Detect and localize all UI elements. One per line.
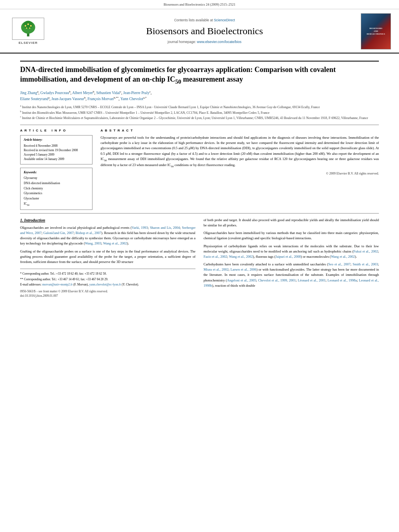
author-pourceau[interactable]: Gwladys Pourceau xyxy=(40,91,69,95)
intro-paragraph-1: Oligosaccharides are involved in crucial… xyxy=(20,225,195,246)
article-title-text: DNA-directed immobilisation of glycomime… xyxy=(20,66,336,83)
elsevier-logo-box xyxy=(12,18,44,40)
keyword-6: IC50 xyxy=(24,201,89,207)
authors-line: Jing Zhanga, Gwladys Pourceaub, Albert M… xyxy=(20,90,379,102)
doi-line: doi:10.1016/j.bios.2009.01.007 xyxy=(20,294,195,298)
keyword-1: Glycoarray xyxy=(24,176,89,181)
cite-leonard2001[interactable]: Léonard et al., 2001 xyxy=(298,278,325,282)
sciencedirect-line: Contents lists available at ScienceDirec… xyxy=(48,18,361,23)
author-morvan[interactable]: François Morvan xyxy=(87,97,113,101)
cite-sharon[interactable]: Sharon and Lis, 2004 xyxy=(150,226,180,230)
cite-chevolot1999[interactable]: Chevolot et al., 1999, 2001 xyxy=(258,278,296,282)
header-center: Contents lists available at ScienceDirec… xyxy=(48,18,361,44)
abstract-column: A B S T R A C T Glycoarrays are powerful… xyxy=(101,128,379,210)
svg-point-8 xyxy=(29,28,30,29)
info-abstract-section: A R T I C L E I N F O Article history: R… xyxy=(20,128,379,210)
author-zhang[interactable]: Jing Zhang xyxy=(20,91,37,95)
keywords-list: Glycoarray DNA-directed immobilisation C… xyxy=(24,176,89,207)
main-body: 1. Introduction Oligosaccharides are inv… xyxy=(20,218,379,298)
accepted-date: Accepted 5 January 2009 xyxy=(24,152,89,157)
author-chevolot[interactable]: Yann Chevolot xyxy=(120,97,143,101)
online-date: Available online 14 January 2009 xyxy=(24,157,89,161)
cite-bishop[interactable]: Bishop et al., 2007 xyxy=(76,231,101,235)
abstract-text: Glycoarrays are powerful tools for the u… xyxy=(101,135,379,169)
intro-paragraph-2: Grafting of the oligosaccharide probes o… xyxy=(20,249,195,265)
journal-bar-text: Biosensors and Bioelectronics 24 (2009) … xyxy=(164,2,236,6)
svg-point-4 xyxy=(25,25,26,27)
cite-miura[interactable]: Miura et al., 2002 xyxy=(204,267,228,271)
article-history-label: Article history: xyxy=(24,138,89,142)
homepage-label: journal homepage: xyxy=(168,40,197,44)
cite-wang2003[interactable]: Wang, 2003 xyxy=(85,241,101,245)
affiliation-a: a Institut des Nanotechnologies de Lyon,… xyxy=(20,104,379,110)
cite-smith[interactable]: Smith et al., 2003 xyxy=(353,262,378,266)
top-divider xyxy=(20,61,379,62)
keyword-3: Click chemistry xyxy=(24,186,89,191)
after-affiliations-divider xyxy=(20,125,379,125)
author-souteyrand[interactable]: Eliane Souteyrand xyxy=(20,97,48,101)
after-abstract-divider xyxy=(20,213,379,214)
svg-point-6 xyxy=(30,25,32,27)
cite-angeloni[interactable]: Angeloni et al., 2005 xyxy=(227,278,256,282)
sciencedirect-link[interactable]: ScienceDirect xyxy=(214,18,235,22)
right-paragraph-2: Oligosaccharides have been immobilised b… xyxy=(204,230,379,241)
cite-varki[interactable]: Varki, 1993 xyxy=(132,226,148,230)
author-meyer[interactable]: Albert Meyer xyxy=(72,91,93,95)
cite-wang2002c[interactable]: Wang et al., 2002 xyxy=(331,255,355,259)
author-vasseur[interactable]: Jean-Jacques Vasseur xyxy=(51,97,84,101)
article-history-box: Article history: Received 4 November 200… xyxy=(20,135,93,164)
keyword-4: Glycomimetics xyxy=(24,191,89,196)
contents-available-text: Contents lists available at xyxy=(174,18,214,22)
article-info-header: A R T I C L E I N F O xyxy=(20,128,93,133)
keyword-2: DNA-directed immobilisation xyxy=(24,181,89,186)
page: Biosensors and Bioelectronics 24 (2009) … xyxy=(0,0,399,532)
elsevier-logo-svg xyxy=(12,18,44,39)
cite-wang2002[interactable]: Wang et al., 2002 xyxy=(103,241,127,245)
footnote-star: * Corresponding author. Tel.: +33 472 18… xyxy=(20,271,195,276)
article-info-column: A R T I C L E I N F O Article history: R… xyxy=(20,128,93,210)
author-praly[interactable]: Jean-Pierre Praly xyxy=(123,91,149,95)
main-left-column: 1. Introduction Oligosaccharides are inv… xyxy=(20,218,195,298)
received-date: Received 4 November 2008 xyxy=(24,144,89,148)
right-paragraph-3: Physisorption of carbohydrate ligands re… xyxy=(204,244,379,260)
svg-point-7 xyxy=(26,28,27,29)
svg-point-5 xyxy=(27,24,29,25)
footnote-email: E-mail addresses: morvan@univ-montp2.fr … xyxy=(20,282,195,287)
cite-fukui[interactable]: Fukui et al., 2002 xyxy=(354,249,378,253)
cite-galonicic[interactable]: Galoničand Gin, 2007 xyxy=(43,231,74,235)
keyword-5: Glycocluster xyxy=(24,196,89,201)
email-chevolot[interactable]: yann.chevolot@ec-lyon.fr xyxy=(89,283,121,286)
cite-jaipuri[interactable]: Jaipuri et al., 2008 xyxy=(276,255,301,259)
article-title: DNA-directed immobilisation of glycomime… xyxy=(20,65,379,86)
cover-label: BIOSENSORSANDBIOELECTRONICS xyxy=(367,27,385,35)
affiliations: a Institut des Nanotechnologies de Lyon,… xyxy=(20,104,379,121)
journal-homepage: journal homepage: www.elsevier.com/locat… xyxy=(48,40,361,45)
copyright-line: © 2009 Elsevier B.V. All rights reserved… xyxy=(101,171,379,176)
elsevier-logo: ELSEVIER xyxy=(8,18,48,45)
footnote-doublestar: ** Corresponding author. Tel.: +33 467 1… xyxy=(20,277,195,282)
elsevier-label: ELSEVIER xyxy=(19,41,38,45)
right-paragraph-1: of both probe and target. It should also… xyxy=(204,218,379,228)
cite-leonard1998a[interactable]: Leonard et al., 1998a xyxy=(327,278,357,282)
homepage-link[interactable]: www.elsevier.com/locate/bios xyxy=(197,40,242,44)
cite-wang2002b[interactable]: Wang et al., 2002 xyxy=(229,255,253,259)
affiliation-c: c Institut de Chimie et Biochimie Molécu… xyxy=(20,115,379,121)
journal-cover-image: BIOSENSORSANDBIOELECTRONICS xyxy=(361,13,391,49)
main-right-column: of both probe and target. It should also… xyxy=(204,218,379,298)
journal-bar: Biosensors and Bioelectronics 24 (2009) … xyxy=(0,0,399,9)
intro-section-title: 1. Introduction xyxy=(20,218,195,223)
article-body: DNA-directed immobilisation of glycomime… xyxy=(0,53,399,306)
header-section: ELSEVIER Contents lists available at Sci… xyxy=(0,9,399,53)
footnotes-section: * Corresponding author. Tel.: +33 472 18… xyxy=(20,269,195,287)
cite-larsen[interactable]: Larsen et al., 2006 xyxy=(230,267,256,271)
issn-line: 0956-5663/$ – see front matter © 2009 El… xyxy=(20,290,195,294)
cite-fazio[interactable]: Fazio et al., 2002 xyxy=(204,255,227,259)
abstract-header: A B S T R A C T xyxy=(101,128,379,133)
revised-date: Received in revised form 19 December 200… xyxy=(24,148,89,152)
right-paragraph-4: Carbohydrates have been covalently attac… xyxy=(204,262,379,288)
keywords-box: Keywords: Glycoarray DNA-directed immobi… xyxy=(20,168,93,210)
email-label: E-mail addresses: xyxy=(20,283,42,286)
cite-seo[interactable]: Seo et al., 2007 xyxy=(328,262,350,266)
author-vidal[interactable]: Sébastien Vidal xyxy=(96,91,120,95)
email-morvan[interactable]: morvan@univ-montp2.fr xyxy=(42,283,72,286)
